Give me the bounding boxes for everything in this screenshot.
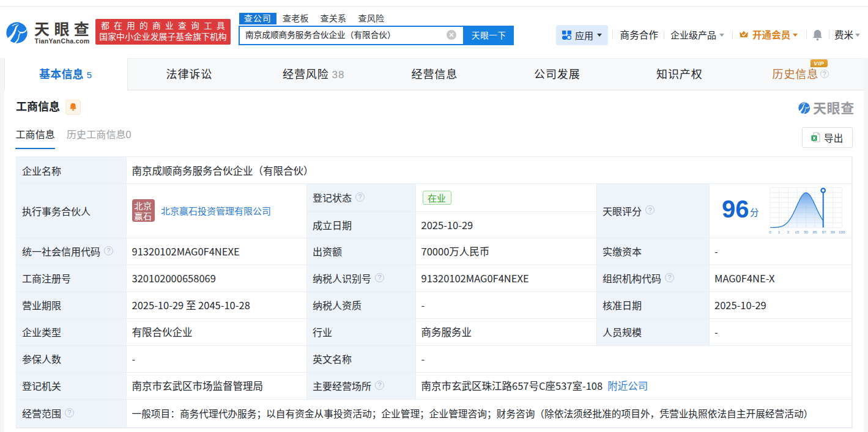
svg-text:3: 3 — [787, 230, 790, 234]
svg-text:99: 99 — [831, 230, 835, 234]
svg-text:97: 97 — [822, 230, 826, 234]
svg-text:0: 0 — [769, 230, 771, 234]
svg-text:50: 50 — [804, 230, 808, 234]
svg-text:1: 1 — [778, 230, 781, 234]
svg-text:85: 85 — [813, 230, 817, 234]
svg-text:15: 15 — [795, 230, 799, 234]
svg-text:100: 100 — [839, 230, 845, 234]
